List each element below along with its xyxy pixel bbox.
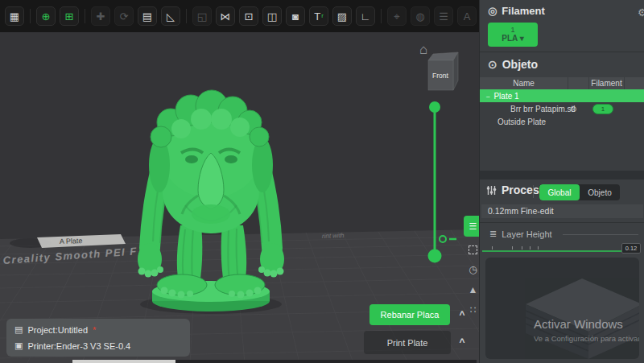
import-image-icon: ▦	[10, 11, 19, 22]
home-view-icon[interactable]: ⌂	[419, 42, 427, 58]
plate-front-edge	[72, 360, 175, 363]
marquee-icon	[469, 245, 477, 254]
objeto-title: Objeto	[502, 58, 538, 71]
add-model-button[interactable]: ⊕	[36, 6, 56, 26]
text-tool-icon: T	[314, 11, 320, 22]
text-tool-sub-icon: r	[321, 13, 324, 19]
slider-tick	[530, 246, 530, 250]
slider-tick	[492, 246, 493, 250]
collapse-icon[interactable]: –	[486, 93, 489, 100]
add-plate-button[interactable]: ⊞	[60, 6, 79, 26]
clone-icon: ⊡	[245, 11, 254, 22]
mirror-icon: ⋈	[221, 11, 231, 22]
model-row-label: Brr brr Patapim.stl	[510, 105, 576, 113]
process-scope-toggle: Global Objeto	[539, 184, 620, 200]
filament-slot-button[interactable]: 1 PLA ▾	[488, 23, 538, 47]
layer-height-title: Layer Height	[502, 229, 551, 239]
scale-button[interactable]: ◱	[192, 6, 212, 26]
objeto-cube-icon: ⊙	[488, 58, 497, 71]
project-status-card: ▤ Project:Untitled * ▣ Printer:Ender-3 V…	[6, 319, 190, 357]
slice-options-chevron[interactable]: ^	[452, 304, 472, 325]
table-row-outside-plate[interactable]: Outside Plate	[480, 115, 644, 128]
layer-height-value-box[interactable]: 0.12	[621, 243, 641, 254]
text-tool-button[interactable]: Tr	[309, 6, 328, 26]
toolbar-divider	[186, 9, 187, 23]
caret-down-icon: ▾	[520, 34, 524, 43]
clone-button[interactable]: ⊡	[239, 6, 258, 26]
plate-row-label: Plate 1	[493, 92, 518, 101]
panel-separator-band	[480, 171, 644, 179]
support-paint-button[interactable]: ⌖	[387, 6, 407, 26]
support-paint-icon: ⌖	[394, 11, 399, 22]
app-window: ▦ ⊕ ⊞ ✚ ⟳ ▤ ◺ ◱ ⋈ ⊡ ◫ ◙ Tr ▨ ∟ ⌖ ◍ ☰ A	[0, 0, 644, 363]
plate-name-label: A Plate	[60, 237, 83, 245]
main-toolbar: ▦ ⊕ ⊞ ✚ ⟳ ▤ ◺ ◱ ⋈ ⊡ ◫ ◙ Tr ▨ ∟ ⌖ ◍ ☰ A	[0, 0, 479, 32]
measure-tool-button[interactable]: ∟	[356, 6, 375, 26]
eye-icon[interactable]: ⊙	[570, 105, 576, 113]
layer-height-section-header[interactable]: ≣ Layer Height	[489, 229, 552, 239]
project-row: ▤ Project:Untitled *	[14, 324, 182, 335]
font-tool-icon: A	[464, 11, 471, 22]
mirror-button[interactable]: ⋈	[216, 6, 235, 26]
slider-bottom-handle[interactable]	[428, 250, 442, 263]
view-cube-front-label: Front	[432, 72, 448, 80]
gear-icon[interactable]: ⚙	[638, 6, 644, 19]
process-divider	[533, 185, 534, 198]
print-plate-button[interactable]: Print Plate	[364, 331, 451, 354]
paint-tool-button[interactable]: ▨	[332, 6, 352, 26]
print-profile-dropdown[interactable]: 0.12mm Fine-edit	[481, 204, 643, 218]
filament-material: PLA ▾	[502, 34, 523, 43]
seam-paint-icon: ◍	[415, 11, 424, 22]
table-row-model[interactable]: Brr brr Patapim.stl ⊙ 1	[480, 102, 644, 115]
slider-top-handle[interactable]	[429, 101, 440, 113]
enclosure-icon: ◫	[267, 11, 277, 22]
rotate-button[interactable]: ⟳	[114, 6, 134, 26]
filament-spool-icon: ◎	[488, 5, 497, 17]
process-sliders-icon	[486, 185, 497, 196]
add-plate-icon: ⊞	[65, 11, 74, 22]
add-model-icon: ⊕	[42, 11, 51, 22]
rotate-icon: ⟳	[120, 11, 129, 22]
auto-arrange-icon: ▤	[142, 11, 152, 22]
lay-flat-button[interactable]: ◺	[161, 6, 180, 26]
table-row-plate[interactable]: – Plate 1	[480, 89, 644, 102]
paint-tool-icon: ▨	[337, 11, 347, 22]
plate-preview-card: Activar Windows Ve a Configuración para …	[485, 258, 639, 359]
plate-snapshot-button[interactable]: ◙	[286, 6, 305, 26]
gauge-icon: ◷	[469, 264, 477, 275]
toolbar-divider	[85, 9, 85, 23]
lay-flat-icon: ◺	[167, 11, 175, 22]
slice-plate-button[interactable]: Rebanar Placa	[369, 304, 450, 325]
slider-tick	[538, 246, 539, 250]
preview-iso-stack	[485, 258, 639, 359]
unsaved-indicator: *	[93, 325, 96, 335]
enclosure-button[interactable]: ◫	[262, 6, 282, 26]
tab-objeto[interactable]: Objeto	[580, 184, 620, 200]
slider-tick	[512, 246, 513, 250]
print-options-chevron[interactable]: ^	[452, 332, 472, 353]
printer-row: ▣ Printer:Ender-3 V3 SE-0.4	[14, 340, 182, 351]
column-visibility	[568, 77, 588, 89]
layer-stack-icon: ≣	[489, 229, 497, 239]
scale-icon: ◱	[197, 11, 207, 22]
slider-tick	[522, 246, 522, 250]
layers-tool-button[interactable]: ☰	[434, 6, 453, 26]
tab-global[interactable]: Global	[539, 184, 580, 200]
plate-front-edge-dark	[175, 360, 477, 363]
section-divider	[480, 222, 644, 223]
filament-assignment-badge[interactable]: 1	[592, 104, 613, 114]
move-button[interactable]: ✚	[91, 6, 110, 26]
view-cube[interactable]: Front	[428, 52, 458, 90]
objeto-section-header: ⊙ Objeto	[488, 58, 538, 71]
seam-paint-button[interactable]: ◍	[411, 6, 430, 26]
layer-height-slider-track[interactable]	[482, 250, 637, 252]
auto-arrange-button[interactable]: ▤	[138, 6, 157, 26]
plate-snapshot-icon: ◙	[292, 11, 299, 22]
import-image-button[interactable]: ▦	[5, 6, 24, 26]
process-section-header: Process	[486, 184, 545, 196]
layers-panel-icon: ☰	[469, 221, 477, 232]
filament-title: Filament	[502, 5, 544, 17]
toolbar-divider	[30, 9, 31, 23]
filament-slot-number: 1	[510, 26, 514, 34]
font-tool-button[interactable]: A	[457, 6, 477, 26]
